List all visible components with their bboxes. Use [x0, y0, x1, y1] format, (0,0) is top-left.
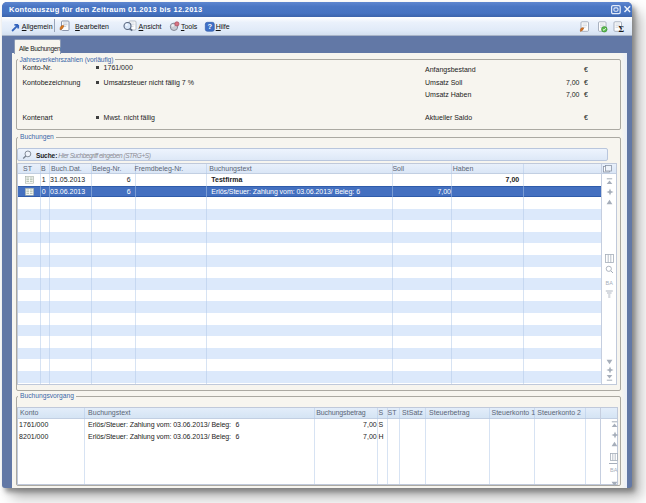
svg-text:?: ? — [207, 22, 212, 31]
svg-text:Σ: Σ — [618, 23, 624, 33]
